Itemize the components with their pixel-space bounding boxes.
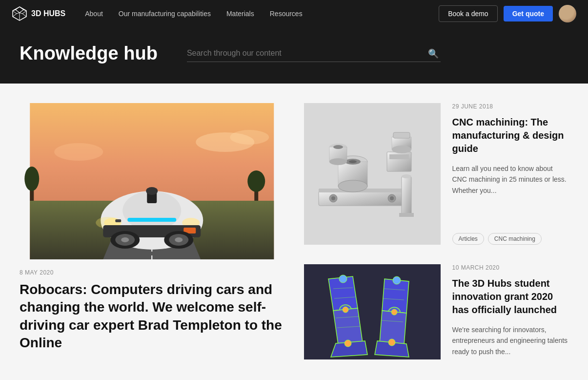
search-input[interactable] [187,45,441,62]
svg-rect-28 [115,219,121,222]
cnc-tags: Articles CNC machining [452,233,569,245]
avatar-image [559,5,576,22]
user-avatar[interactable] [559,5,576,22]
svg-point-76 [393,276,401,284]
svg-rect-55 [399,213,414,217]
svg-point-15 [24,167,39,191]
tag-articles[interactable]: Articles [452,233,484,245]
book-demo-button[interactable]: Book a demo [439,5,498,22]
featured-image[interactable] [20,103,284,259]
svg-marker-3 [13,10,20,14]
brand-logo[interactable]: 3D HUBS [12,6,65,21]
nav-link-capabilities[interactable]: Our manufacturing capabilities [119,10,211,18]
svg-point-41 [390,196,394,200]
card-grant-info: 10 MARCH 2020 The 3D Hubs student innova… [441,264,569,359]
svg-point-77 [391,309,397,315]
right-column: 29 JUNE 2018 CNC machining: The manufact… [304,103,569,359]
svg-line-6 [13,14,17,17]
cnc-title: CNC machining: The manufacturing & desig… [452,116,569,155]
cnc-date: 29 JUNE 2018 [452,103,569,110]
robot-illustration [304,264,441,359]
svg-line-5 [22,14,26,17]
search-icon: 🔍 [428,49,439,59]
svg-rect-48 [389,154,409,159]
content-area: 8 MAY 2020 Robocars: Computers driving c… [0,84,588,380]
nav-link-about[interactable]: About [85,10,103,18]
card-cnc: 29 JUNE 2018 CNC machining: The manufact… [304,103,569,245]
svg-point-78 [388,339,395,346]
grant-image[interactable] [304,264,441,359]
svg-point-67 [345,340,351,347]
car-illustration [20,103,284,259]
nav-link-materials[interactable]: Materials [226,10,254,18]
grant-title: The 3D Hubs student innovation grant 202… [452,277,569,317]
card-grant: 10 MARCH 2020 The 3D Hubs student innova… [304,264,569,359]
svg-rect-53 [402,176,411,215]
nav-links: About Our manufacturing capabilities Mat… [85,10,439,18]
search-container: 🔍 [187,45,441,62]
cnc-image[interactable] [304,103,441,245]
get-quote-button[interactable]: Get quote [504,6,553,21]
svg-point-58 [392,146,411,153]
svg-point-44 [338,180,367,192]
tag-cnc[interactable]: CNC machining [488,233,542,245]
cnc-illustration [304,103,441,245]
svg-marker-2 [20,10,26,14]
svg-rect-20 [127,218,176,222]
svg-point-10 [54,143,103,161]
svg-rect-35 [304,103,441,245]
articles-grid: 8 MAY 2020 Robocars: Computers driving c… [20,103,568,359]
grant-excerpt: We're searching for innovators, entrepre… [452,324,569,357]
nav-link-resources[interactable]: Resources [270,10,303,18]
nav-actions: Book a demo Get quote [439,5,576,22]
svg-point-39 [331,196,335,200]
grant-date: 10 MARCH 2020 [452,264,569,271]
svg-marker-1 [16,7,23,13]
svg-point-27 [146,187,158,195]
svg-point-17 [247,170,265,192]
featured-title: Robocars: Computers driving cars and cha… [20,281,284,352]
featured-date: 8 MAY 2020 [20,269,284,276]
svg-point-54 [402,174,411,178]
logo-icon [12,6,27,21]
svg-point-51 [329,158,347,165]
card-cnc-info: 29 JUNE 2018 CNC machining: The manufact… [441,103,569,245]
svg-rect-59 [393,132,410,138]
search-button[interactable]: 🔍 [426,46,441,61]
svg-point-52 [333,145,343,149]
svg-point-34 [175,237,182,242]
svg-point-65 [339,275,347,283]
svg-point-66 [343,307,348,313]
page-title: Knowledge hub [20,43,158,64]
navigation: 3D HUBS About Our manufacturing capabili… [0,0,588,27]
search-banner: Knowledge hub 🔍 [0,27,588,84]
cnc-excerpt: Learn all you need to know about CNC mac… [452,163,569,225]
featured-article: 8 MAY 2020 Robocars: Computers driving c… [20,103,284,359]
brand-name: 3D HUBS [31,9,65,18]
svg-point-9 [230,130,269,145]
svg-point-46 [349,160,357,163]
svg-point-31 [121,237,129,242]
svg-rect-60 [304,264,441,359]
